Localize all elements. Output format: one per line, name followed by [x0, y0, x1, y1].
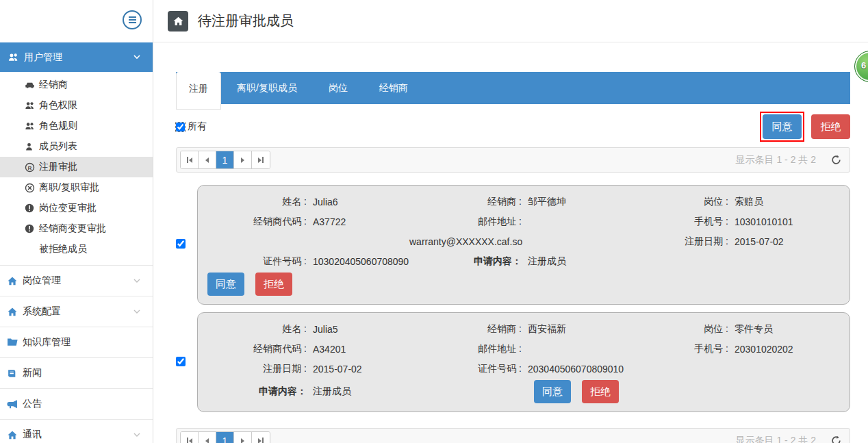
pagination-summary: 显示条目 1 - 2 共 2	[736, 154, 816, 166]
position-value: 索赔员	[728, 196, 839, 208]
card-actions-row: 申请内容： 注册成员 同意 拒绝	[209, 379, 839, 405]
apply-content-label: 申请内容：	[209, 385, 307, 398]
sidebar-group-announcement[interactable]: 公告	[0, 388, 153, 419]
mobile-label: 手机号 :	[624, 216, 728, 228]
sidebar-item-resignation-approval[interactable]: 离职/复职审批	[0, 177, 153, 198]
last-page-button[interactable]	[252, 432, 270, 443]
pager: 1	[180, 431, 270, 443]
sidebar-item-position-change-approval[interactable]: 岗位变更审批	[0, 198, 153, 218]
reject-button[interactable]: 拒绝	[255, 273, 292, 296]
email-label: 邮件地址 :	[409, 343, 522, 355]
id-number-value: 203040506070809010	[522, 364, 624, 375]
exclamation-circle-icon	[25, 224, 35, 234]
tab-register[interactable]: 注册	[176, 72, 221, 110]
dealer-code-value: A34201	[307, 344, 409, 355]
register-date-label: 注册日期 :	[624, 236, 728, 248]
book-icon	[7, 368, 18, 379]
id-number-label: 证件号码 :	[409, 363, 522, 375]
next-page-icon	[241, 157, 244, 163]
sidebar-item-dealer[interactable]: 经销商	[0, 75, 153, 95]
approve-all-button[interactable]: 同意	[763, 114, 802, 139]
next-page-button[interactable]	[234, 151, 252, 168]
circle-x-icon	[25, 183, 35, 193]
sidebar-top	[0, 0, 153, 42]
tab-dealer[interactable]: 经销商	[363, 72, 424, 104]
member-checkbox[interactable]	[176, 357, 186, 366]
registered-circle-icon: R	[25, 162, 35, 173]
dealer-label: 经销商 :	[409, 323, 522, 336]
prev-page-icon	[205, 157, 209, 163]
sidebar-group-system-config[interactable]: 系统配置	[0, 296, 153, 327]
approve-button[interactable]: 同意	[534, 380, 571, 403]
next-page-button[interactable]	[234, 432, 252, 443]
tab-bar: 注册 离职/复职成员 岗位 经销商	[176, 72, 850, 104]
last-page-icon	[262, 438, 264, 443]
hamburger-icon	[129, 22, 136, 23]
sidebar-item-label: 角色规则	[39, 120, 77, 132]
reject-all-button[interactable]: 拒绝	[811, 114, 850, 139]
sidebar-item-member-list[interactable]: 成员列表	[0, 136, 153, 157]
apply-content-label: 申请内容：	[409, 255, 522, 268]
pager: 1	[180, 151, 270, 169]
select-all-checkbox[interactable]	[176, 123, 185, 131]
users-icon	[25, 101, 35, 111]
sidebar-item-role-rules[interactable]: 角色规则	[0, 116, 153, 136]
page-number-button[interactable]: 1	[216, 432, 234, 443]
dealer-value: 邹平德坤	[522, 196, 624, 208]
sidebar-group-label: 用户管理	[24, 51, 62, 64]
sidebar-group-news[interactable]: 新闻	[0, 357, 153, 388]
select-all-label: 所有	[188, 121, 207, 133]
member-row: 姓名 : Julia6 经销商 : 邹平德坤 岗位 : 索赔员 经销商代码 : …	[176, 185, 850, 305]
sidebar-group-knowledge-base[interactable]: 知识库管理	[0, 327, 153, 357]
home-icon	[7, 306, 18, 317]
tab-position[interactable]: 岗位	[313, 72, 363, 104]
prev-page-button[interactable]	[199, 151, 216, 168]
first-page-button[interactable]	[181, 151, 199, 168]
last-page-icon	[262, 157, 264, 163]
apply-content-value: 注册成员	[522, 255, 624, 268]
prev-page-button[interactable]	[199, 432, 216, 443]
register-date-value: 2015-07-02	[307, 364, 409, 375]
page-header: 待注册审批成员	[153, 0, 868, 42]
position-value: 零件专员	[728, 323, 839, 336]
last-page-icon	[258, 157, 261, 163]
refresh-button[interactable]	[831, 155, 841, 165]
dealer-value: 西安福新	[522, 323, 624, 336]
sidebar-item-registration-approval[interactable]: R 注册审批	[0, 157, 153, 177]
name-value: Julia6	[307, 197, 409, 207]
first-page-button[interactable]	[181, 432, 199, 443]
page-number-button[interactable]: 1	[216, 151, 234, 168]
sidebar-group-communication[interactable]: 通讯	[0, 419, 153, 443]
users-icon	[8, 52, 20, 63]
toolbar: 所有 同意 拒绝	[176, 112, 850, 142]
last-page-button[interactable]	[252, 151, 270, 168]
sidebar-item-label: 经销商变更审批	[39, 223, 106, 235]
sidebar-item-rejected-members[interactable]: 被拒绝成员	[0, 239, 153, 260]
sidebar-item-label: 注册审批	[39, 161, 77, 173]
highlight-box: 同意	[760, 112, 804, 142]
sidebar-group-position-management[interactable]: 岗位管理	[0, 265, 153, 296]
dealer-code-label: 经销商代码 :	[209, 343, 307, 355]
member-card: 姓名 : Julia5 经销商 : 西安福新 岗位 : 零件专员 经销商代码 :…	[197, 312, 850, 412]
sidebar-item-role-permissions[interactable]: 角色权限	[0, 95, 153, 116]
sidebar-group-user-management[interactable]: 用户管理	[0, 42, 153, 72]
first-page-icon	[189, 438, 192, 443]
refresh-button[interactable]	[831, 435, 841, 443]
member-checkbox[interactable]	[176, 239, 186, 249]
menu-toggle-button[interactable]	[123, 10, 142, 29]
first-page-icon	[189, 157, 192, 163]
approve-button[interactable]: 同意	[207, 273, 244, 296]
sidebar-group-label: 通讯	[23, 429, 42, 441]
sidebar-item-dealer-change-approval[interactable]: 经销商变更审批	[0, 218, 153, 239]
mobile-value: 10301010101	[728, 216, 839, 227]
mobile-value: 20301020202	[728, 344, 839, 355]
pagination-top: 1 显示条目 1 - 2 共 2	[176, 147, 850, 173]
hamburger-icon	[129, 19, 136, 21]
reject-button[interactable]: 拒绝	[582, 380, 619, 403]
next-page-icon	[241, 438, 244, 443]
name-value: Julia5	[307, 324, 409, 335]
apply-content-value: 注册成员	[307, 385, 409, 398]
exclamation-circle-icon	[25, 203, 35, 214]
tab-resigned-members[interactable]: 离职/复职成员	[221, 72, 313, 104]
email-value: warranty@XXXXXX.caf.so	[409, 236, 522, 247]
